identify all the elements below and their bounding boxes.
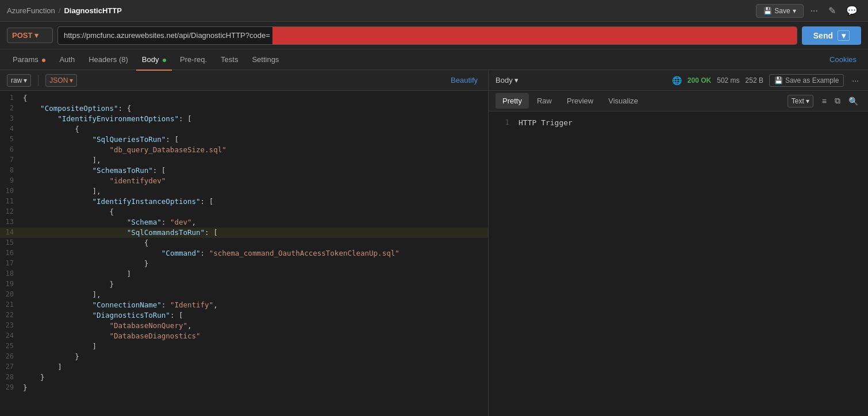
code-line: 27 ]: [0, 362, 488, 372]
body-dropdown-icon: ▾: [514, 76, 519, 84]
body-toolbar: raw ▾ JSON ▾ Beautify: [0, 70, 488, 91]
send-label: Send: [813, 31, 833, 40]
response-text: HTTP Trigger: [519, 118, 573, 127]
response-time: 502 ms: [717, 76, 739, 84]
toolbar-divider: [38, 75, 39, 86]
url-bar: POST ▾ https://pmcfunc.azurewebsites.net…: [0, 22, 868, 49]
code-line: 3 "IdentifyEnvironmentOptions": [: [0, 114, 488, 124]
response-view-tabs: Pretty Raw Preview Visualize Text ▾ ≡ ⧉ …: [489, 91, 868, 111]
code-line: 12 {: [0, 207, 488, 217]
code-line: 7 ],: [0, 155, 488, 165]
breadcrumb-separator: /: [59, 6, 61, 15]
code-editor[interactable]: 1 { 2 "CompositeOptions": { 3 "IdentifyE…: [0, 91, 488, 416]
code-line: 11 "IdentifyInstanceOptions": [: [0, 197, 488, 207]
globe-icon: 🌐: [672, 76, 682, 85]
code-line: 19 }: [0, 279, 488, 290]
method-selector[interactable]: POST ▾: [7, 28, 53, 43]
tab-settings[interactable]: Settings: [246, 52, 285, 67]
response-content: 1 HTTP Trigger: [489, 111, 868, 416]
request-tabs: Params Auth Headers (8) Body Pre-req. Te…: [0, 49, 868, 70]
code-line: 10 ],: [0, 186, 488, 197]
save-icon-small: 💾: [774, 76, 783, 84]
response-status-area: 🌐 200 OK 502 ms 252 B 💾 Save as Example …: [672, 74, 861, 87]
save-as-example-button[interactable]: 💾 Save as Example: [769, 74, 844, 87]
text-format-select[interactable]: Text ▾: [788, 95, 813, 107]
tab-prereq[interactable]: Pre-req.: [174, 52, 213, 67]
format-json-select[interactable]: JSON ▾: [45, 74, 77, 87]
code-line: 29 }: [0, 383, 488, 393]
response-panel: Body ▾ 🌐 200 OK 502 ms 252 B 💾 Save as E…: [489, 70, 868, 416]
code-line: 9 "identifydev": [0, 176, 488, 186]
top-bar: AzureFunction / DiagnosticHTTP 💾 Save ▾ …: [0, 0, 868, 22]
resp-tab-preview[interactable]: Preview: [560, 93, 600, 109]
code-line: 23 "DatabaseNonQuery",: [0, 321, 488, 331]
code-line: 4 {: [0, 124, 488, 134]
code-line: 16 "Command": "schema_command_OauthAcces…: [0, 248, 488, 259]
code-line: 14 "SqlCommandsToRun": [: [0, 228, 488, 238]
tab-auth[interactable]: Auth: [53, 52, 80, 67]
code-line: 5 "SqlQueriesToRun": [: [0, 134, 488, 145]
response-dots-button[interactable]: ···: [850, 75, 861, 86]
code-line: 1 {: [0, 93, 488, 103]
code-line: 18 ]: [0, 269, 488, 279]
code-line: 25 ]: [0, 341, 488, 352]
request-body-panel: raw ▾ JSON ▾ Beautify 1 { 2 "CompositeOp…: [0, 70, 489, 416]
tab-params[interactable]: Params: [7, 52, 51, 67]
code-line: 28 }: [0, 372, 488, 383]
code-line: 22 "DiagnosticsToRun": [: [0, 310, 488, 321]
code-line: 24 "DatabaseDiagnostics": [0, 331, 488, 341]
response-action-buttons: ≡ ⧉ 🔍: [819, 94, 861, 107]
code-line: 26 }: [0, 352, 488, 362]
resp-line: 1 HTTP Trigger: [498, 118, 859, 130]
format-raw-select[interactable]: raw ▾: [7, 74, 31, 87]
save-dropdown-icon: ▾: [793, 7, 796, 15]
breadcrumb-parent: AzureFunction: [7, 6, 55, 15]
edit-icon-button[interactable]: ✎: [825, 3, 839, 18]
save-icon: 💾: [763, 7, 772, 15]
url-input-container[interactable]: https://pmcfunc.azurewebsites.net/api/Di…: [57, 26, 797, 45]
tab-body[interactable]: Body: [136, 52, 172, 67]
method-dropdown-icon: ▾: [34, 31, 39, 40]
save-button[interactable]: 💾 Save ▾: [756, 4, 803, 18]
main-content: raw ▾ JSON ▾ Beautify 1 { 2 "CompositeOp…: [0, 70, 868, 416]
wrap-lines-button[interactable]: ≡: [819, 94, 829, 107]
resp-tab-visualize[interactable]: Visualize: [601, 93, 645, 109]
code-line: 13 "Schema": "dev",: [0, 217, 488, 228]
resp-tab-raw[interactable]: Raw: [530, 93, 559, 109]
code-line: 17 }: [0, 259, 488, 269]
code-line: 20 ],: [0, 290, 488, 300]
method-label: POST: [12, 31, 32, 40]
tab-headers[interactable]: Headers (8): [83, 52, 134, 67]
top-bar-actions: 💾 Save ▾ ··· ✎ 💬: [756, 3, 861, 18]
copy-response-button[interactable]: ⧉: [832, 94, 843, 107]
body-dot: [163, 59, 166, 62]
response-body-label: Body ▾: [496, 76, 519, 84]
url-text: https://pmcfunc.azurewebsites.net/api/Di…: [58, 31, 272, 40]
resp-tab-pretty[interactable]: Pretty: [496, 93, 529, 109]
code-line: 8 "SchemasToRun": [: [0, 165, 488, 176]
params-dot: [42, 59, 45, 62]
code-line: 6 "db_query_DatabaseSize.sql": [0, 145, 488, 155]
search-response-button[interactable]: 🔍: [846, 94, 861, 107]
save-label: Save: [774, 7, 790, 15]
response-header: Body ▾ 🌐 200 OK 502 ms 252 B 💾 Save as E…: [489, 70, 868, 91]
send-button[interactable]: Send ▾: [802, 26, 861, 45]
comment-icon-button[interactable]: 💬: [843, 3, 861, 18]
url-redacted-value: [272, 27, 797, 44]
code-line: 2 "CompositeOptions": {: [0, 103, 488, 114]
beautify-button[interactable]: Beautify: [447, 75, 481, 86]
send-dropdown-icon: ▾: [838, 30, 850, 41]
code-line: 21 "ConnectionName": "Identify",: [0, 300, 488, 310]
tab-tests[interactable]: Tests: [215, 52, 244, 67]
cookies-button[interactable]: Cookies: [825, 53, 861, 66]
response-size: 252 B: [746, 76, 763, 84]
breadcrumb-current: DiagnosticHTTP: [64, 6, 121, 15]
breadcrumb: AzureFunction / DiagnosticHTTP: [7, 6, 751, 15]
dots-menu-button[interactable]: ···: [807, 3, 821, 18]
code-line: 15 {: [0, 238, 488, 248]
status-code: 200 OK: [688, 76, 711, 84]
